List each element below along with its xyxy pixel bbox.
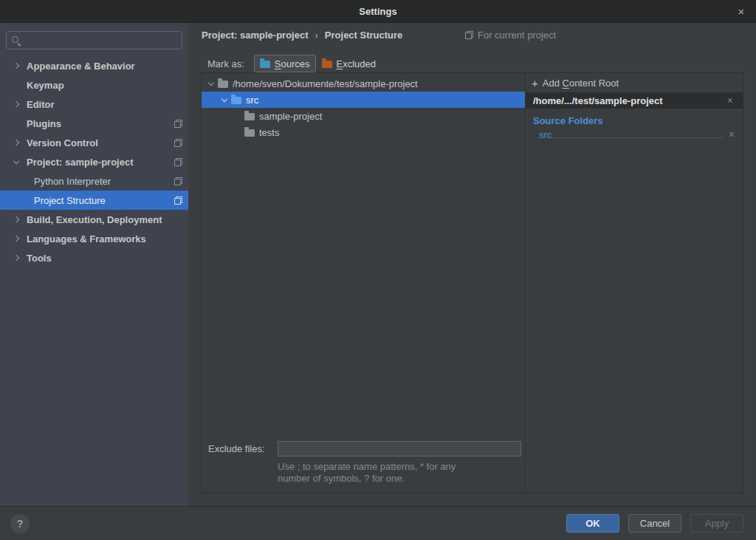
sidebar-item-languages-frameworks[interactable]: Languages & Frameworks bbox=[0, 229, 188, 248]
breadcrumb: Project: sample-project › Project Struct… bbox=[202, 30, 402, 41]
sidebar-item-label: Languages & Frameworks bbox=[27, 233, 146, 245]
sidebar-item-appearance-behavior[interactable]: Appearance & Behavior bbox=[0, 56, 188, 75]
source-folder-row[interactable]: src × bbox=[526, 129, 743, 143]
tree-row-src[interactable]: src bbox=[202, 92, 525, 108]
tree-row-label: src bbox=[246, 95, 258, 106]
tree-row-label: tests bbox=[259, 127, 279, 138]
current-project-icon bbox=[174, 158, 182, 166]
for-current-project-note: For current project bbox=[465, 30, 556, 41]
exclude-files-section: Exclude files: Use ; to separate name pa… bbox=[202, 441, 525, 488]
add-content-root-mnemonic: C bbox=[563, 78, 569, 89]
sidebar-nav: Appearance & Behavior Keymap Editor Plug… bbox=[0, 56, 188, 267]
sources-label: ources bbox=[281, 58, 310, 69]
tree-row-label: sample-project bbox=[259, 111, 322, 122]
dialog-footer: ? OK Cancel Apply bbox=[0, 506, 756, 540]
help-button[interactable]: ? bbox=[10, 514, 30, 533]
chevron-placeholder bbox=[13, 81, 20, 89]
sidebar-item-editor[interactable]: Editor bbox=[0, 95, 188, 114]
tree-row-sample-project[interactable]: sample-project bbox=[202, 108, 525, 124]
chevron-placeholder bbox=[13, 120, 20, 127]
mark-sources-button[interactable]: Sources bbox=[254, 55, 316, 72]
hint-line: number of symbols, ? for one. bbox=[278, 473, 529, 485]
main-content: Project: sample-project › Project Struct… bbox=[188, 23, 756, 506]
source-folder-icon bbox=[231, 97, 241, 104]
chevron-right-icon[interactable] bbox=[13, 139, 20, 146]
remove-source-folder-icon[interactable]: × bbox=[726, 129, 737, 140]
mark-excluded-button[interactable]: Excluded bbox=[316, 55, 382, 72]
add-content-root-pre: Add bbox=[543, 78, 563, 89]
source-folder-name[interactable]: src bbox=[539, 129, 551, 140]
excluded-mnemonic: E bbox=[337, 58, 343, 69]
sidebar-item-label: Plugins bbox=[27, 118, 61, 129]
current-project-icon bbox=[465, 31, 473, 39]
sidebar-item-label: Editor bbox=[27, 99, 55, 110]
content-root-path: /home/.../test/sample-project bbox=[533, 95, 725, 106]
exclude-files-label: Exclude files: bbox=[208, 443, 265, 454]
sidebar-item-label: Project: sample-project bbox=[27, 157, 134, 168]
hint-line: Use ; to separate name patterns, * for a… bbox=[278, 461, 529, 473]
sidebar-item-label: Tools bbox=[27, 253, 52, 264]
breadcrumb-separator: › bbox=[315, 30, 318, 41]
chevron-down-icon[interactable] bbox=[13, 158, 20, 165]
ok-button[interactable]: OK bbox=[566, 514, 619, 533]
remove-content-root-icon[interactable]: × bbox=[725, 95, 735, 106]
sidebar-item-project-structure[interactable]: Project Structure bbox=[0, 191, 188, 210]
apply-button[interactable]: Apply bbox=[690, 514, 743, 533]
breadcrumb-project: Project: sample-project bbox=[202, 30, 309, 41]
sidebar-item-plugins[interactable]: Plugins bbox=[0, 114, 188, 133]
chevron-right-icon[interactable] bbox=[13, 235, 20, 242]
chevron-right-icon[interactable] bbox=[13, 254, 20, 262]
title-bar: Settings × bbox=[0, 0, 756, 23]
sidebar-item-label: Keymap bbox=[27, 80, 64, 91]
source-folders-title: Source Folders bbox=[526, 109, 743, 129]
content-roots-panel: + Add Content Root /home/.../test/sample… bbox=[526, 72, 743, 493]
chevron-down-icon[interactable] bbox=[221, 96, 228, 103]
sidebar-item-label: Python Interpreter bbox=[34, 176, 111, 187]
close-icon[interactable]: × bbox=[732, 0, 750, 22]
dialog-buttons: OK Cancel Apply bbox=[566, 514, 743, 533]
tree-row-label: /home/sven/Dokumente/test/sample-project bbox=[233, 78, 418, 89]
current-project-icon bbox=[174, 120, 182, 128]
settings-dialog: Settings × Appearance & Behavior Keymap … bbox=[0, 0, 756, 540]
sidebar-item-build-execution-deployment[interactable]: Build, Execution, Deployment bbox=[0, 210, 188, 229]
sidebar-item-python-interpreter[interactable]: Python Interpreter bbox=[0, 171, 188, 191]
chevron-placeholder bbox=[20, 196, 27, 204]
sidebar-item-project-sample-project[interactable]: Project: sample-project bbox=[0, 152, 188, 171]
chevron-right-icon[interactable] bbox=[13, 62, 20, 69]
exclude-files-input[interactable] bbox=[278, 441, 521, 457]
settings-search-box[interactable] bbox=[6, 31, 182, 49]
current-project-icon bbox=[174, 177, 182, 185]
settings-sidebar: Appearance & Behavior Keymap Editor Plug… bbox=[0, 23, 188, 506]
folder-icon bbox=[218, 81, 228, 88]
tree-row-content-root[interactable]: /home/sven/Dokumente/test/sample-project bbox=[202, 75, 525, 92]
tree-row-tests[interactable]: tests bbox=[202, 124, 525, 140]
sidebar-item-label: Project Structure bbox=[34, 195, 106, 206]
chevron-right-icon[interactable] bbox=[13, 100, 20, 108]
exclude-files-hint: Use ; to separate name patterns, * for a… bbox=[278, 461, 529, 485]
sidebar-item-label: Build, Execution, Deployment bbox=[27, 214, 162, 225]
chevron-down-icon[interactable] bbox=[207, 80, 215, 87]
sidebar-item-label: Appearance & Behavior bbox=[27, 61, 135, 72]
sidebar-item-tools[interactable]: Tools bbox=[0, 248, 188, 267]
mark-as-label: Mark as: bbox=[207, 58, 244, 69]
search-icon bbox=[11, 35, 21, 46]
content-root-row[interactable]: /home/.../test/sample-project × bbox=[526, 92, 743, 109]
folder-icon bbox=[244, 113, 255, 120]
folder-icon bbox=[244, 129, 255, 137]
chevron-right-icon[interactable] bbox=[13, 216, 20, 223]
dotted-leader bbox=[553, 137, 723, 138]
dialog-title: Settings bbox=[359, 6, 396, 17]
cancel-button[interactable]: Cancel bbox=[628, 514, 681, 533]
sidebar-item-version-control[interactable]: Version Control bbox=[0, 133, 188, 152]
sources-folder-icon bbox=[260, 61, 270, 68]
sidebar-item-keymap[interactable]: Keymap bbox=[0, 75, 188, 95]
context-note-label: For current project bbox=[478, 30, 556, 41]
add-content-root-button[interactable]: + Add Content Root bbox=[526, 73, 743, 92]
search-input[interactable] bbox=[25, 35, 177, 46]
add-content-root-label: ontent Root bbox=[569, 78, 619, 89]
breadcrumb-page: Project Structure bbox=[325, 30, 402, 41]
sidebar-item-label: Version Control bbox=[27, 137, 98, 148]
sources-mnemonic: S bbox=[275, 58, 281, 69]
plus-icon: + bbox=[532, 78, 538, 89]
chevron-placeholder bbox=[20, 177, 27, 185]
